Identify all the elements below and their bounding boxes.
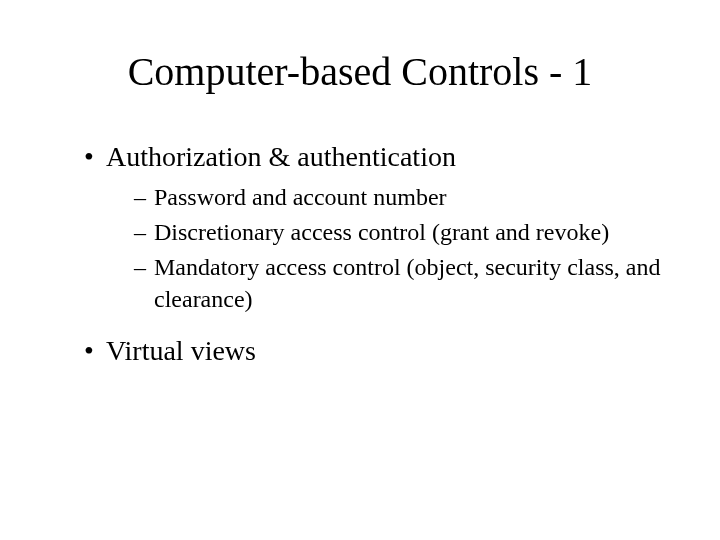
list-item: Password and account number: [134, 182, 664, 213]
sub-bullet-list: Password and account number Discretionar…: [106, 182, 664, 315]
list-item: Discretionary access control (grant and …: [134, 217, 664, 248]
list-item: Mandatory access control (object, securi…: [134, 252, 664, 314]
list-item-text: Discretionary access control (grant and …: [154, 219, 609, 245]
slide: Computer-based Controls - 1 Authorizatio…: [0, 0, 720, 540]
bullet-list: Authorization & authentication Password …: [56, 139, 664, 368]
list-item-text: Password and account number: [154, 184, 447, 210]
list-item-text: Authorization & authentication: [106, 141, 456, 172]
list-item-text: Virtual views: [106, 335, 256, 366]
slide-title: Computer-based Controls - 1: [56, 48, 664, 95]
list-item: Virtual views: [84, 333, 664, 368]
list-item: Authorization & authentication Password …: [84, 139, 664, 315]
list-item-text: Mandatory access control (object, securi…: [154, 254, 660, 311]
